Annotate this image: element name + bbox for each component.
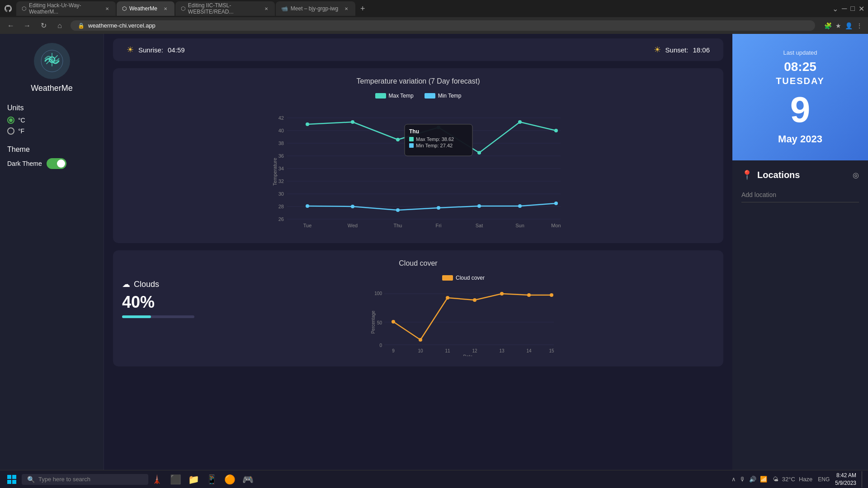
locations-title: 📍 Locations (741, 169, 800, 180)
forward-button[interactable]: → (22, 22, 33, 30)
chevron-up-icon[interactable]: ∧ (731, 476, 736, 483)
tab-4[interactable]: 📹 Meet – bjy-grgp-iwg ✕ (276, 1, 355, 16)
tab3-close[interactable]: ✕ (264, 5, 269, 12)
theme-toggle-row: Dark Theme (7, 158, 96, 169)
mic-icon: 🎙 (740, 476, 745, 483)
svg-point-25 (477, 151, 481, 155)
dark-theme-label: Dark Theme (7, 160, 42, 167)
cloud-cover-card: Cloud cover ☁ Clouds 40% (113, 250, 723, 366)
refresh-button[interactable]: ↻ (38, 21, 49, 30)
svg-point-30 (396, 208, 400, 212)
clouds-text: Clouds (134, 280, 159, 289)
fahrenheit-option[interactable]: °F (7, 127, 96, 135)
browser-chrome: ⬡ Editing Hack-Ur-Way-WeatherM... ✕ ⬡ We… (0, 0, 868, 34)
minimize-button[interactable]: ─ (842, 5, 847, 13)
svg-text:0: 0 (379, 343, 382, 348)
url-text: weatherme-chi.vercel.app (88, 22, 156, 29)
cloud-legend-item: Cloud cover (442, 275, 485, 281)
fahrenheit-label: °F (18, 127, 24, 135)
svg-point-23 (396, 138, 400, 141)
temp-chart-svg: 42 40 38 36 34 32 30 28 26 Temperature (122, 106, 714, 233)
temp-chart-container: 42 40 38 36 34 32 30 28 26 Temperature (122, 106, 714, 234)
url-bar[interactable]: 🔒 weatherme-chi.vercel.app (71, 20, 815, 31)
units-section: Units °C °F (7, 104, 96, 135)
celsius-radio[interactable] (7, 117, 14, 124)
cloud-progress-bar-bg (122, 315, 194, 318)
svg-point-31 (437, 206, 440, 210)
date-number: 9 (790, 92, 811, 128)
start-button[interactable] (4, 471, 20, 488)
app-logo (34, 43, 70, 79)
bookmarks-icon[interactable]: ★ (835, 22, 841, 29)
show-desktop-button[interactable] (862, 471, 864, 488)
close-button[interactable]: ✕ (859, 5, 864, 13)
maximize-button[interactable]: □ (850, 5, 855, 13)
fahrenheit-radio[interactable] (7, 127, 14, 135)
whatsapp-button[interactable]: 📱 (203, 471, 220, 488)
menu-icon[interactable]: ⋮ (856, 22, 863, 29)
new-tab-button[interactable]: + (356, 2, 369, 15)
content-area: ☀ Sunrise: 04:59 ☀ Sunset: 18:06 Tempera… (104, 34, 732, 470)
extensions-icon[interactable]: 🧩 (824, 22, 832, 29)
discord-button[interactable]: 🎮 (240, 471, 256, 488)
tab4-close[interactable]: ✕ (343, 5, 350, 12)
tab3-label: Editing IIC-TMSL-WEBSITE/READ... (188, 2, 259, 15)
browser-actions: 🧩 ★ 👤 ⋮ (824, 22, 863, 29)
svg-text:Sun: Sun (515, 223, 524, 228)
tab-list-button[interactable]: ⌄ (832, 5, 838, 13)
tab-2[interactable]: ⬡ WeatherMe ✕ (117, 1, 175, 16)
svg-point-55 (392, 320, 395, 324)
cloud-legend: Cloud cover (212, 275, 714, 281)
svg-rect-70 (7, 475, 11, 479)
tab-1[interactable]: ⬡ Editing Hack-Ur-Way-WeatherM... ✕ (16, 1, 116, 16)
taskbar-search[interactable]: 🔍 Type here to search (22, 474, 148, 485)
celsius-label: °C (18, 117, 25, 124)
svg-point-21 (306, 122, 309, 126)
profile-icon[interactable]: 👤 (845, 22, 853, 29)
taskbar-clock[interactable]: 8:42 AM 5/9/2023 (835, 472, 856, 487)
tab1-label: Editing Hack-Ur-Way-WeatherM... (29, 2, 99, 15)
github-icon (4, 4, 13, 13)
svg-text:Date: Date (463, 354, 473, 356)
svg-text:14: 14 (526, 348, 532, 353)
svg-point-59 (500, 292, 504, 296)
tab2-close[interactable]: ✕ (162, 5, 169, 12)
locations-header: 📍 Locations ◎ (741, 169, 859, 180)
task-view-button[interactable]: ⬛ (167, 471, 184, 488)
min-temp-label: Min Temp (438, 93, 462, 99)
paris-icon[interactable]: 🗼 (152, 474, 162, 484)
browser-button[interactable]: 🟠 (222, 471, 238, 488)
file-explorer-button[interactable]: 📁 (185, 471, 202, 488)
svg-point-29 (351, 205, 354, 208)
locations-title-text: Locations (757, 170, 800, 180)
add-location-field[interactable]: Add location (741, 188, 859, 202)
cloud-label: ☁ Clouds (122, 279, 203, 289)
back-button[interactable]: ← (5, 22, 16, 30)
dark-theme-toggle[interactable] (47, 158, 66, 169)
celsius-option[interactable]: °C (7, 117, 96, 124)
content-inner: ☀ Sunrise: 04:59 ☀ Sunset: 18:06 Tempera… (104, 38, 732, 383)
sunrise-time: 04:59 (168, 46, 185, 54)
tab-3[interactable]: ⬡ Editing IIC-TMSL-WEBSITE/READ... ✕ (175, 1, 275, 16)
taskbar-right: ∧ 🎙 🔊 📶 🌤 32°C Haze ENG 8:42 AM 5/9/2023 (731, 471, 864, 488)
svg-text:10: 10 (418, 348, 423, 353)
theme-label: Theme (7, 145, 96, 154)
time-display: 08:25 (784, 60, 816, 74)
svg-text:32: 32 (278, 178, 284, 184)
svg-text:12: 12 (472, 348, 477, 353)
svg-text:Min Temp: 27.42: Min Temp: 27.42 (416, 143, 453, 148)
tab-overflow-controls: ⌄ ─ □ ✕ (832, 5, 864, 13)
sidebar: WeatherMe Units °C °F Theme Dark Theme (0, 34, 104, 470)
target-location-icon[interactable]: ◎ (853, 171, 859, 179)
svg-text:26: 26 (278, 216, 284, 222)
tab2-label: WeatherMe (129, 5, 157, 12)
home-button[interactable]: ⌂ (54, 22, 65, 30)
svg-text:Max Temp: 38.62: Max Temp: 38.62 (416, 136, 454, 142)
tab1-close[interactable]: ✕ (104, 5, 110, 12)
svg-text:Temperature: Temperature (272, 158, 278, 186)
cloud-progress-bar-fill (122, 315, 151, 318)
condition-display: Haze (799, 476, 812, 483)
svg-point-60 (527, 293, 531, 297)
svg-text:100: 100 (374, 291, 382, 296)
svg-point-22 (351, 120, 354, 124)
